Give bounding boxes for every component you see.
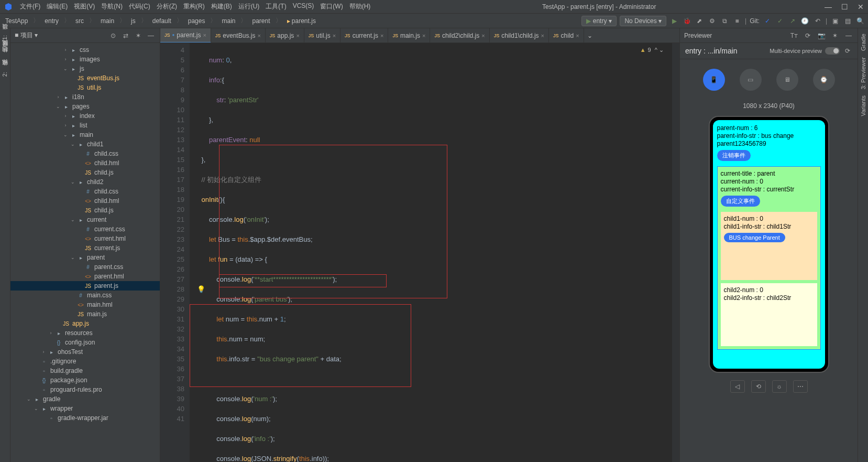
tree-arrow-icon[interactable]: ⌄ — [69, 255, 76, 260]
crumb-parent.js[interactable]: ▸ parent.js — [285, 17, 318, 25]
camera-icon[interactable]: 📷 — [817, 31, 826, 40]
side-tab-2: 收藏[interactable]: 2: 收藏 — [0, 67, 10, 80]
editor-tab-current.js[interactable]: JScurrent.js× — [340, 28, 388, 43]
editor-tab-child2\child.js[interactable]: JSchild2\child.js× — [430, 28, 489, 43]
hide-icon[interactable]: — — [146, 31, 156, 40]
tree-arrow-icon[interactable]: ⌄ — [54, 104, 62, 109]
tree-arrow-icon[interactable]: ⌄ — [25, 396, 32, 402]
tree-arrow-icon[interactable]: › — [62, 113, 69, 119]
collapse-icon[interactable]: ⊙ — [108, 31, 118, 40]
tree-item-parent.js[interactable]: JSparent.js — [10, 281, 160, 291]
menu-构建(B)[interactable]: 构建(B) — [208, 2, 235, 11]
tree-item-parent[interactable]: ⌄▸parent — [10, 253, 160, 262]
tree-item-parent.hml[interactable]: <>parent.hml — [10, 272, 160, 281]
tab-close-icon[interactable]: × — [481, 33, 485, 39]
menu-代码(C)[interactable]: 代码(C) — [126, 2, 153, 11]
run-icon[interactable]: ▶ — [669, 16, 679, 26]
back-button[interactable]: ◁ — [730, 380, 745, 393]
crumb-default[interactable]: default — [150, 17, 173, 25]
tree-item-child2[interactable]: ⌄▸child2 — [10, 177, 160, 187]
tab-close-icon[interactable]: × — [203, 32, 206, 38]
side-tab-Variants[interactable]: Variants — [859, 92, 867, 120]
maximize-icon[interactable]: ☐ — [841, 3, 848, 11]
tabs-overflow-icon[interactable]: ⌄ — [584, 32, 596, 39]
tree-item-css[interactable]: ›▸css — [10, 45, 160, 55]
tree-item-current.js[interactable]: JScurrent.js — [10, 243, 160, 253]
editor-tab-util.js[interactable]: JSutil.js× — [304, 28, 340, 43]
tree-item-current[interactable]: ⌄▸current — [10, 215, 160, 224]
tree-arrow-icon[interactable]: › — [62, 57, 69, 62]
crumb-main[interactable]: main — [219, 17, 237, 25]
expand-icon[interactable]: ⇄ — [121, 31, 130, 40]
crumb-pages[interactable]: pages — [186, 17, 207, 25]
tree-item-pages[interactable]: ⌄▸pages — [10, 102, 160, 111]
gear-icon[interactable]: ✶ — [830, 31, 840, 40]
tab-close-icon[interactable]: × — [257, 33, 260, 39]
side-tab-Gradle[interactable]: Gradle — [859, 30, 867, 54]
tool1-icon[interactable]: ▣ — [830, 16, 840, 26]
code-editor[interactable]: num: 0, info:{ str: 'parentStr' }, paren… — [190, 43, 672, 462]
tree-arrow-icon[interactable]: ⌄ — [69, 142, 76, 147]
tree-item-config.json[interactable]: {}config.json — [10, 338, 160, 347]
multi-device-toggle[interactable] — [825, 47, 840, 55]
editor-tab-parent.js[interactable]: JS●parent.js× — [160, 28, 211, 43]
phone-screen[interactable]: parent-num : 6 parent-info-str : bus cha… — [713, 120, 825, 369]
more-button[interactable]: ⋯ — [793, 380, 808, 393]
menu-文件(F)[interactable]: 文件(F) — [17, 2, 43, 11]
crumb-parent[interactable]: parent — [250, 17, 272, 25]
tree-item-main.js[interactable]: JSmain.js — [10, 309, 160, 319]
tree-item-parent.css[interactable]: #parent.css — [10, 262, 160, 272]
tree-arrow-icon[interactable]: › — [62, 123, 69, 128]
tree-item-current.css[interactable]: #current.css — [10, 224, 160, 234]
inspection-badge[interactable]: ▲9 ^ ⌄ — [640, 45, 664, 55]
preview-refresh-icon[interactable]: ⟳ — [843, 46, 852, 56]
side-tab-提交区域 0[interactable]: 提交区域 0 — [0, 43, 10, 54]
unregister-event-button[interactable]: 注销事件 — [717, 150, 751, 161]
intention-bulb-icon[interactable]: 💡 — [197, 284, 205, 294]
tree-item-wrapper[interactable]: ⌄▸wrapper — [10, 404, 160, 413]
device-watch-button[interactable]: ⌚ — [813, 69, 835, 91]
tree-item-main[interactable]: ⌄▸main — [10, 130, 160, 139]
menu-运行(U)[interactable]: 运行(U) — [235, 2, 263, 11]
tree-item-gradle-wrapper.jar[interactable]: ▫gradle-wrapper.jar — [10, 413, 160, 423]
tab-close-icon[interactable]: × — [576, 33, 579, 39]
coverage-icon[interactable]: ⬈ — [695, 16, 704, 26]
tree-item-.gitignore[interactable]: ▫.gitignore — [10, 357, 160, 366]
crumb-src[interactable]: src — [73, 17, 86, 25]
bus-change-parent-button[interactable]: BUS change Parent — [724, 233, 785, 242]
side-tab-2: 结构[interactable]: 2: 结构 — [0, 54, 10, 67]
tree-arrow-icon[interactable]: › — [54, 94, 62, 100]
tab-close-icon[interactable]: × — [422, 33, 425, 39]
tab-close-icon[interactable]: × — [296, 33, 299, 39]
stop-icon[interactable]: ■ — [732, 16, 742, 26]
tree-item-resources[interactable]: ›▸resources — [10, 328, 160, 338]
tree-arrow-icon[interactable]: ⌄ — [32, 406, 40, 411]
tree-arrow-icon[interactable]: › — [47, 330, 54, 336]
tree-item-child1[interactable]: ⌄▸child1 — [10, 139, 160, 149]
editor-tab-app.js[interactable]: JSapp.js× — [266, 28, 304, 43]
run-config-combo[interactable]: ▶entry▾ — [581, 16, 617, 26]
git-commit-icon[interactable]: ✓ — [775, 16, 785, 26]
crumb-main[interactable]: main — [98, 17, 116, 25]
editor-body[interactable]: 4567891011121314151617181920212223242526… — [160, 43, 679, 462]
device-phone-button[interactable]: 📱 — [703, 69, 725, 91]
tree-arrow-icon[interactable]: ⌄ — [62, 66, 69, 71]
menu-窗口(W)[interactable]: 窗口(W) — [317, 2, 346, 11]
tree-item-child.js[interactable]: JSchild.js — [10, 168, 160, 177]
tree-item-gradle[interactable]: ⌄▸gradle — [10, 394, 160, 404]
crumb-js[interactable]: js — [129, 17, 138, 25]
minimize-icon[interactable]: — — [825, 3, 832, 11]
tree-item-js[interactable]: ⌄▸js — [10, 64, 160, 73]
device-combo[interactable]: No Devices ▾ — [620, 16, 666, 26]
tree-item-child.hml[interactable]: <>child.hml — [10, 196, 160, 206]
debug-icon[interactable]: 🐞 — [682, 16, 691, 26]
profile-icon[interactable]: ⚙ — [707, 16, 717, 26]
close-icon[interactable]: ✕ — [858, 3, 864, 11]
tree-arrow-icon[interactable]: ⌄ — [62, 132, 69, 137]
tab-close-icon[interactable]: × — [333, 33, 336, 39]
rotate-button[interactable]: ⟲ — [751, 380, 766, 393]
attach-icon[interactable]: ⧉ — [720, 16, 729, 26]
project-tree[interactable]: ›▸css›▸images⌄▸jsJSeventBus.jsJSutil.js›… — [10, 43, 160, 462]
editor-tab-child[interactable]: JSchild× — [549, 28, 584, 43]
tree-item-child.css[interactable]: #child.css — [10, 149, 160, 158]
